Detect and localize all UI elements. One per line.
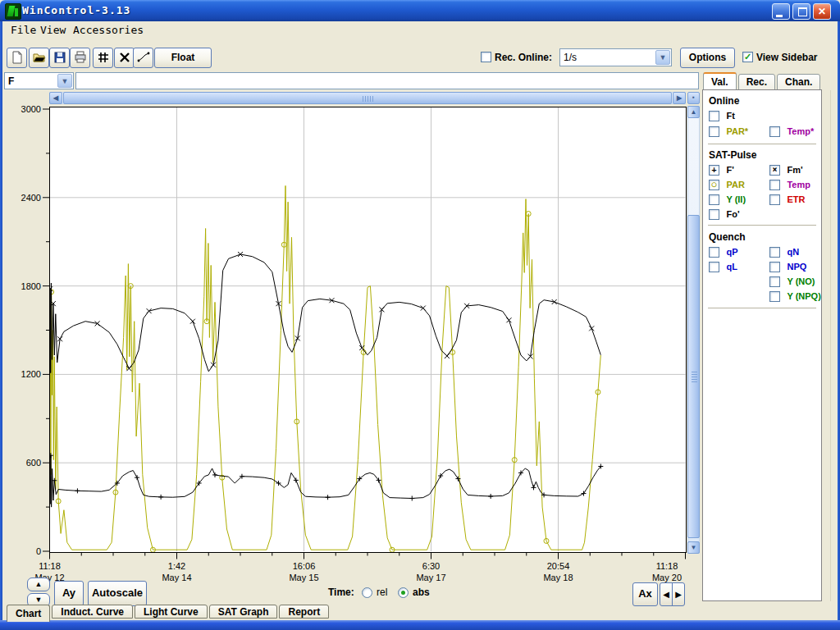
channel-qp[interactable]: qP [709,247,738,258]
section-online: Online [709,95,739,107]
grid-toggle-button[interactable] [93,48,113,68]
svg-text:May 17: May 17 [416,573,445,582]
menu-file[interactable]: File [9,24,38,36]
channel-ql[interactable]: qL [709,262,737,273]
rec-online-checkbox[interactable] [481,52,491,62]
time-rel-label: rel [377,587,387,598]
tab-chan[interactable]: Chan. [777,74,820,90]
curve-icon [137,51,150,64]
delete-curve-button[interactable] [114,48,135,68]
minimize-button[interactable] [772,3,790,20]
channel-par[interactable]: ○ PAR [709,180,745,191]
view-sidebar-label: View Sidebar [756,52,817,63]
checkbox: + [709,165,719,176]
new-file-button[interactable] [7,48,27,68]
scrollbar-corner-button[interactable]: ▪ [687,92,700,104]
restore-button[interactable] [792,3,810,20]
app-window: WinControl-3.13 ✕ File View Accessories … [0,0,840,630]
svg-text:2400: 2400 [21,193,41,203]
checkbox [769,276,780,287]
menu-accessories[interactable]: Accessories [71,24,145,36]
x-scroll-right-button[interactable]: ▶ [672,582,685,606]
tab-chart[interactable]: Chart [7,605,50,622]
options-button[interactable]: Options [680,48,735,68]
channel-temp[interactable]: Temp [769,180,810,191]
grid-icon [97,51,110,64]
close-button[interactable]: ✕ [813,3,831,20]
open-file-button[interactable] [29,48,49,68]
interval-select[interactable]: 1/s ▼ [559,48,672,66]
interval-value: 1/s [564,52,577,63]
tab-light-curve[interactable]: Light Curve [135,605,208,619]
channel-y-no[interactable]: Y (NO) [769,276,815,288]
channel-temp-star[interactable]: Temp* [769,126,814,138]
tab-rec[interactable]: Rec. [738,74,775,90]
section-quench: Quench [709,231,746,243]
view-tab-bar: Chart Induct. Curve Light Curve SAT Grap… [7,605,331,622]
ay-axis-button[interactable]: Ay [54,581,84,606]
app-icon [5,3,21,20]
sidebar-panel: Online Ft PAR* Temp* SAT-Pulse + F' × Fm… [702,89,822,601]
ax-axis-button[interactable]: Ax [632,582,658,606]
chart-plot-area[interactable] [49,107,687,553]
checkbox [709,126,719,137]
checkbox [709,247,719,258]
scroll-left-arrow[interactable]: ◀ [49,92,62,104]
svg-text:6:30: 6:30 [422,561,440,571]
checkbox [709,194,719,205]
menu-view[interactable]: View [39,24,67,36]
x-scroll-left-button[interactable]: ◀ [660,582,673,606]
channel-value: F [8,75,14,87]
scroll-down-arrow[interactable]: ▼ [687,541,700,554]
new-file-icon [11,51,24,64]
svg-text:11:18: 11:18 [39,561,61,571]
svg-text:May 18: May 18 [543,573,573,582]
checkbox [709,262,719,272]
v-scroll-thumb[interactable] [687,215,700,538]
channel-f-prime[interactable]: + F' [709,165,734,176]
channel-par-star[interactable]: PAR* [709,126,748,138]
channel-ft[interactable]: Ft [709,111,735,122]
divider [708,225,816,226]
time-mode-label: Time: [328,587,354,598]
window-border-left [0,21,2,621]
value-readout-field[interactable] [75,72,699,89]
channel-y2[interactable]: Y (II) [709,194,746,206]
rec-online-label: Rec. Online: [495,52,552,63]
svg-text:May 14: May 14 [162,573,191,582]
channel-select[interactable]: F ▼ [4,72,74,89]
channel-fm-prime[interactable]: × Fm' [769,165,803,176]
chevron-down-icon[interactable]: ▼ [655,50,670,65]
autoscale-button[interactable]: Autoscale [88,581,147,606]
tab-val[interactable]: Val. [703,72,737,90]
save-button[interactable] [49,48,70,68]
checkbox [709,209,719,220]
print-button[interactable] [70,48,90,68]
svg-text:11:18: 11:18 [656,561,678,571]
h-scroll-thumb[interactable] [63,92,672,104]
float-button[interactable]: Float [154,48,212,68]
scroll-up-arrow[interactable]: ▲ [687,106,700,118]
view-sidebar-checkbox[interactable]: ✓ [742,52,753,62]
channel-npq[interactable]: NPQ [769,262,806,273]
tab-report[interactable]: Report [279,605,329,619]
y-scroll-up-button[interactable]: ▲ [27,578,50,591]
channel-qn[interactable]: qN [769,247,799,258]
tab-sat-graph[interactable]: SAT Graph [209,605,278,619]
printer-icon [74,51,87,64]
channel-y-npq[interactable]: Y (NPQ) [769,291,821,303]
svg-text:May 20: May 20 [652,573,682,582]
radio-dot-icon [401,591,405,595]
channel-etr[interactable]: ETR [769,194,805,206]
channel-fo-prime[interactable]: Fo' [709,209,740,221]
checkbox: × [769,165,780,176]
save-floppy-icon [53,51,66,64]
delete-x-icon [118,51,131,64]
time-rel-radio[interactable] [362,587,372,598]
scroll-right-arrow[interactable]: ▶ [673,92,686,104]
chevron-down-icon[interactable]: ▼ [57,74,72,88]
checkbox [769,126,780,137]
curve-tool-button[interactable] [133,48,153,68]
tab-induct-curve[interactable]: Induct. Curve [52,605,133,619]
time-abs-radio[interactable] [398,587,409,598]
